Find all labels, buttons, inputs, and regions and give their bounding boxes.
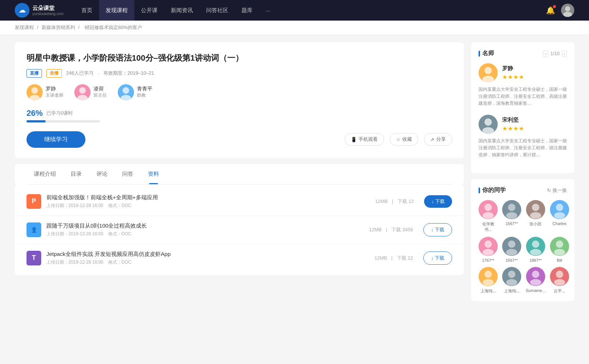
nav-home[interactable]: 首页 xyxy=(75,0,99,21)
breadcrumb-series[interactable]: 新媒体营销系列 xyxy=(42,25,75,30)
teacher-3: 青青平 助教 xyxy=(118,84,152,100)
classmate-1[interactable]: 1567** xyxy=(502,200,521,232)
tabs-and-content: 课程介绍 目录 评论 问答 资料 P 前端全栈加强版！前端全栈+全周期+多端应用… xyxy=(15,164,464,275)
teacher-2-name: 凌荷 xyxy=(94,86,107,92)
classmate-6[interactable]: 1867** xyxy=(526,237,546,263)
svg-point-14 xyxy=(508,204,515,211)
nav-items: 首页 发现课程 公开课 新闻资讯 问答社区 题库 ··· xyxy=(75,0,546,21)
logo[interactable]: ☁ 云朵课堂 yundouketang.com xyxy=(15,3,64,18)
classmate-11[interactable]: 云平... xyxy=(550,267,569,294)
classmate-avatar-5 xyxy=(502,237,521,256)
svg-point-13 xyxy=(483,212,494,219)
tab-intro[interactable]: 课程介绍 xyxy=(27,164,63,184)
classmate-0[interactable]: 化学教书... xyxy=(479,200,498,232)
classmates-panel-title: 你的同学 xyxy=(479,186,506,194)
teachers-row: 罗静 主讲老师 凌荷 班主任 xyxy=(27,84,452,100)
download-button-3[interactable]: ↓ 下载 xyxy=(423,251,452,265)
classmate-avatar-7 xyxy=(550,237,569,256)
classmate-name-4: 1767** xyxy=(482,258,494,263)
svg-point-7 xyxy=(121,95,131,100)
classmate-name-8: 上海纯... xyxy=(480,288,496,294)
classmate-avatar-4 xyxy=(479,237,498,256)
nav-open[interactable]: 公开课 xyxy=(134,0,164,21)
nav-discover[interactable]: 发现课程 xyxy=(99,0,134,21)
share-button[interactable]: ⇗ 分享 xyxy=(424,133,452,146)
sidebar-teacher-1-name: 罗静 xyxy=(502,65,524,72)
resource-stats-2: 12MB | 下载 3456 xyxy=(368,226,415,233)
classmate-2[interactable]: 张小田 xyxy=(526,200,546,232)
notification-dot xyxy=(553,5,556,8)
resource-name-1: 前端全栈加强版！前端全栈+全周期+多端应用 xyxy=(46,194,365,201)
svg-point-3 xyxy=(29,95,40,100)
tab-comments[interactable]: 评论 xyxy=(89,164,115,184)
svg-point-6 xyxy=(123,87,129,94)
teacher-2-info: 凌荷 班主任 xyxy=(94,86,107,99)
continue-button[interactable]: 继续学习 xyxy=(27,131,85,148)
resource-stats-1: 12MB | 下载 12 xyxy=(374,198,415,205)
nav-questions[interactable]: 题库 xyxy=(235,0,259,21)
breadcrumb-discover[interactable]: 发现课程 xyxy=(15,25,34,30)
classmate-name-10: Surname... xyxy=(526,288,546,293)
teacher-3-role: 助教 xyxy=(137,92,152,99)
teacher-2-role: 班主任 xyxy=(94,92,107,99)
classmate-name-6: 1867** xyxy=(529,258,542,263)
nav-more[interactable]: ··· xyxy=(259,0,277,21)
notification-bell[interactable]: 🔔 xyxy=(546,6,555,15)
teacher-3-avatar xyxy=(118,84,134,100)
mobile-view-button[interactable]: 📱 手机观看 xyxy=(345,133,384,146)
classmate-9[interactable]: 上海纯... xyxy=(502,267,521,294)
teachers-prev-btn[interactable]: ‹ xyxy=(543,50,548,57)
classmate-avatar-0 xyxy=(479,200,498,219)
tabs: 课程介绍 目录 评论 问答 资料 xyxy=(27,164,452,185)
separator: · xyxy=(98,71,99,76)
svg-point-19 xyxy=(554,212,565,219)
svg-point-23 xyxy=(506,249,517,256)
tab-qa[interactable]: 问答 xyxy=(115,164,141,184)
nav-news[interactable]: 新闻资讯 xyxy=(164,0,200,21)
download-button-2[interactable]: ↓ 下载 xyxy=(423,223,452,236)
classmate-name-5: 1567** xyxy=(505,258,518,263)
collect-label: 收藏 xyxy=(402,136,412,143)
tab-resources[interactable]: 资料 xyxy=(141,164,166,184)
sidebar-teacher-2: 宋利坚 ★★★★ 国内某重点大学安全工程专业硕士，国家一级注册消防工程师、注册安… xyxy=(479,115,567,159)
teacher-1-role: 主讲老师 xyxy=(46,92,63,99)
classmate-avatar-11 xyxy=(550,267,569,286)
sidebar-teacher-2-info: 宋利坚 ★★★★ xyxy=(502,117,524,132)
classmate-7[interactable]: Bill xyxy=(550,237,569,263)
svg-point-2 xyxy=(31,87,38,94)
classmate-4[interactable]: 1767** xyxy=(479,237,498,263)
svg-point-27 xyxy=(554,249,565,256)
mobile-view-label: 手机观看 xyxy=(359,136,378,143)
nav-right: 🔔 xyxy=(546,4,574,17)
svg-point-16 xyxy=(532,204,539,211)
tab-catalog[interactable]: 目录 xyxy=(63,164,89,184)
classmate-8[interactable]: 上海纯... xyxy=(479,267,498,294)
sidebar-teacher-1-header: 罗静 ★★★★ xyxy=(479,63,567,82)
teachers-next-btn[interactable]: › xyxy=(562,50,567,57)
course-title: 明星中教授课，小学阶段语法100分–强化级第1讲动词（一） xyxy=(27,53,452,64)
download-button-1[interactable]: ↓ 下载 xyxy=(424,195,452,208)
resource-item-1: P 前端全栈加强版！前端全栈+全周期+多端应用 上传日期：2019-12-28 … xyxy=(15,188,464,216)
classmates-refresh-btn[interactable]: ↻ 换一换 xyxy=(547,187,567,194)
resource-info-1: 前端全栈加强版！前端全栈+全周期+多端应用 上传日期：2019-12-28 16… xyxy=(46,194,365,209)
user-avatar[interactable] xyxy=(561,4,574,17)
classmate-name-2: 张小田 xyxy=(529,221,542,227)
logo-icon: ☁ xyxy=(15,3,29,18)
resource-info-3: Jetpack全组件实战 开发短视频应用高仿皮皮虾App 上传日期：2019-1… xyxy=(46,251,364,265)
resource-name-2: 跟随千万级项目从0到100全过程高效成长 xyxy=(46,222,359,229)
classmate-avatar-10 xyxy=(526,267,545,286)
classmate-3[interactable]: Charles xyxy=(550,200,569,232)
classmate-5[interactable]: 1567** xyxy=(502,237,521,263)
course-actions: 继续学习 📱 手机观看 ☆ 收藏 ⇗ 分享 xyxy=(27,131,452,148)
svg-point-30 xyxy=(508,271,515,278)
classmate-10[interactable]: Surname... xyxy=(526,267,546,294)
collect-button[interactable]: ☆ 收藏 xyxy=(390,133,418,146)
teacher-2: 凌荷 班主任 xyxy=(74,84,107,100)
nav-qa[interactable]: 问答社区 xyxy=(200,0,235,21)
sidebar-teacher-2-avatar xyxy=(479,115,498,134)
navbar: ☁ 云朵课堂 yundouketang.com 首页 发现课程 公开课 新闻资讯… xyxy=(0,0,589,21)
teacher-2-avatar xyxy=(74,84,91,100)
logo-name: 云朵课堂 xyxy=(32,5,64,12)
classmate-name-9: 上海纯... xyxy=(504,288,519,294)
progress-pct: 26% xyxy=(27,108,43,118)
